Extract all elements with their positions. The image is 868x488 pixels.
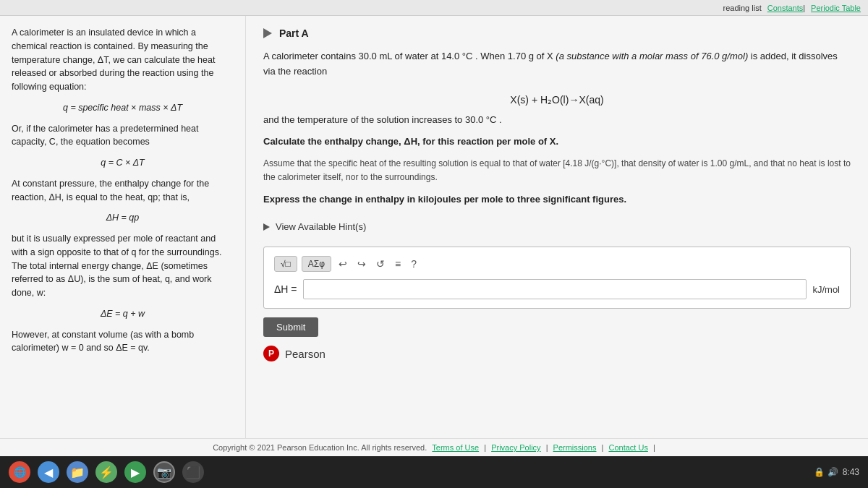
pearson-logo: P [263,346,279,361]
privacy-link[interactable]: Privacy Policy [491,443,540,452]
permissions-link[interactable]: Permissions [553,443,597,452]
submit-area: Submit P Pearson [263,317,851,361]
dark-icon[interactable]: ⬛ [182,461,204,483]
contact-link[interactable]: Contact Us [608,443,647,452]
math-button[interactable]: √□ [274,256,297,272]
status-icons: 🔒 🔊 [814,467,838,477]
play-icon[interactable]: ▶ [124,461,146,483]
reading-list-link[interactable]: reading list [723,4,762,12]
hint-toggle[interactable]: View Available Hint(s) [263,221,851,232]
problem-text-3: and the temperature of the solution incr… [263,113,851,128]
bomb-paragraph: However, at constant volume (as with a b… [12,328,234,356]
files-icon[interactable]: 📁 [67,461,88,483]
top-bar: reading list Constants | Periodic Table [0,0,868,16]
calculate-enthalpy-text: Calculate the enthalpy change, ΔH, for t… [263,134,851,150]
back-icon[interactable]: ◀ [38,461,59,483]
taskbar: 🌐 ◀ 📁 ⚡ ▶ 📷 ⬛ 🔒 🔊 8:43 [0,456,868,488]
chemical-equation: X(s) + H₂O(l)→X(aq) [263,94,851,106]
menu-icon[interactable]: ≡ [392,257,404,271]
answer-box: √□ AΣφ ↩ ↪ ↺ ≡ ? ΔH = kJ/mol [263,247,851,309]
chrome-icon[interactable]: 🌐 [9,461,30,483]
answer-input-row: ΔH = kJ/mol [274,279,840,299]
copyright-text: Copyright © 2021 Pearson Education Inc. … [213,443,427,452]
right-panel: Part A A calorimeter contains 30.0 mL of… [246,16,868,438]
math-toolbar: √□ AΣφ ↩ ↪ ↺ ≡ ? [274,256,840,272]
enthalpy-paragraph: At constant pressure, the enthalpy chang… [12,177,234,205]
greek-button[interactable]: AΣφ [302,256,331,272]
problem-text-1: A calorimeter contains 30.0 mL of water … [263,51,556,61]
calorimeter-paragraph: Or, if the calorimeter has a predetermin… [12,122,234,150]
constants-link[interactable]: Constants [767,4,804,12]
delta-h-label: ΔH = [274,283,297,295]
problem-description: A calorimeter contains 30.0 mL of water … [263,49,851,80]
refresh-icon[interactable]: ↺ [373,257,388,271]
green-icon[interactable]: ⚡ [95,461,117,483]
answer-input[interactable] [303,279,807,299]
terms-link[interactable]: Terms of Use [432,443,479,452]
left-panel: A calorimeter is an insulated device in … [0,16,246,438]
submit-button[interactable]: Submit [263,317,318,337]
taskbar-time: 8:43 [843,467,859,477]
problem-italic: (a substance with a molar mass of 76.0 g… [556,51,748,61]
equation-2: q = C × ΔT [12,156,234,170]
periodic-table-link[interactable]: Periodic Table [811,4,861,12]
part-a-toggle[interactable] [263,28,272,38]
express-text: Express the change in enthalpy in kilojo… [263,192,851,207]
part-a-label: Part A [279,27,309,39]
hint-arrow-icon [263,223,270,231]
mole-paragraph: but it is usually expressed per mole of … [12,232,234,300]
pearson-name: Pearson [285,348,326,360]
camera-icon[interactable]: 📷 [153,461,175,483]
help-icon[interactable]: ? [408,257,420,271]
hint-label: View Available Hint(s) [276,221,366,232]
equation-4: ΔE = q + w [12,307,234,321]
equation-3: ΔH = qp [12,211,234,225]
intro-paragraph: A calorimeter is an insulated device in … [12,26,234,94]
footer: Copyright © 2021 Pearson Education Inc. … [0,438,868,456]
pearson-branding: P Pearson [263,346,851,361]
part-a-header: Part A [263,27,851,39]
main-content: A calorimeter is an insulated device in … [0,16,868,438]
assume-span: Assume that the specific heat of the res… [263,158,851,182]
unit-label: kJ/mol [812,284,840,295]
undo-icon[interactable]: ↩ [336,257,350,271]
assume-text: Assume that the specific heat of the res… [263,157,851,184]
redo-icon[interactable]: ↪ [354,257,369,271]
taskbar-status: 🔒 🔊 8:43 [814,467,859,477]
equation-1: q = specific heat × mass × ΔT [12,101,234,115]
